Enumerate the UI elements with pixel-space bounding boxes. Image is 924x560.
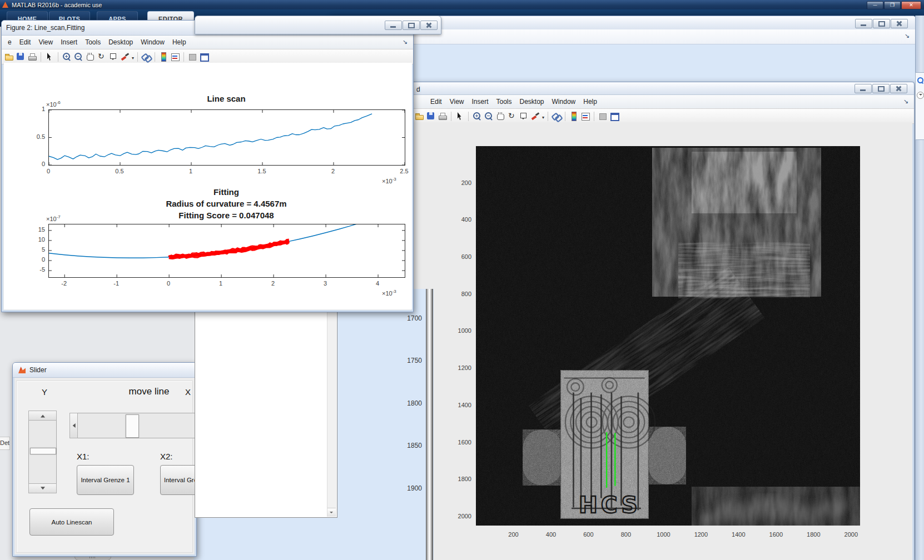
y-tick-label: -5 [22, 266, 45, 273]
menu-item-edit[interactable]: Edit [19, 38, 31, 46]
menu-item-desktop[interactable]: Desktop [520, 98, 544, 106]
interval-grenze1-button[interactable]: Interval Grenze 1 [77, 465, 134, 495]
menu-item-insert[interactable]: Insert [471, 98, 488, 106]
y-slider-thumb[interactable] [30, 448, 56, 454]
link-icon[interactable] [141, 52, 151, 62]
colorbar-icon[interactable] [569, 111, 579, 121]
details-panel-tab[interactable]: Det [0, 437, 10, 450]
maximize-icon[interactable] [872, 84, 890, 93]
minimize-icon[interactable] [855, 84, 872, 93]
ruler-tick-label: 1750 [388, 357, 422, 364]
phase-image[interactable]: HCS [476, 146, 860, 526]
menu-item-edit[interactable]: Edit [430, 98, 442, 106]
minimize-icon[interactable] [385, 21, 402, 30]
pan-icon[interactable] [85, 52, 95, 62]
legend-icon[interactable] [580, 111, 590, 121]
zoom-out-icon[interactable] [73, 52, 83, 62]
slider-titlebar[interactable]: Slider [13, 363, 196, 378]
close-icon[interactable] [891, 19, 908, 28]
rotate-icon[interactable] [507, 111, 517, 121]
collapse-icon[interactable] [917, 92, 924, 99]
menu-item-view[interactable]: View [450, 98, 464, 106]
menu-item-view[interactable]: View [38, 38, 53, 46]
toolbar-divider [137, 52, 138, 62]
plot-canvas[interactable] [49, 110, 405, 165]
close-icon[interactable] [890, 84, 907, 93]
x-tick-label: 3 [314, 280, 336, 287]
open-icon[interactable] [414, 111, 424, 121]
list-window-titlebar[interactable] [195, 16, 441, 34]
brush-icon[interactable] [120, 52, 130, 62]
figure2-title: Figure 2: Line_scan,Fitting [6, 24, 85, 32]
menu-item-insert[interactable]: Insert [61, 38, 77, 46]
save-icon[interactable] [426, 111, 436, 121]
link-icon[interactable] [552, 111, 562, 121]
legend-icon[interactable] [170, 52, 180, 62]
vertical-scrollbar[interactable] [426, 289, 433, 560]
brush-icon[interactable] [530, 111, 540, 121]
x-slider-thumb[interactable] [126, 414, 139, 438]
details-label: Det [0, 439, 9, 446]
close-icon[interactable] [901, 1, 921, 9]
x-tick-label: 1.5 [251, 168, 273, 174]
dock-arrow-icon[interactable]: ↘ [903, 98, 908, 105]
menu-item-window[interactable]: Window [552, 98, 576, 106]
menu-item-help[interactable]: Help [583, 98, 597, 106]
ruler-tick-label: 1700 [388, 314, 422, 322]
menu-item-window[interactable]: Window [141, 38, 165, 46]
image-x-tick-label: 1400 [724, 531, 752, 538]
x-slider[interactable] [69, 413, 196, 438]
save-icon[interactable] [16, 52, 26, 62]
print-icon[interactable] [438, 111, 448, 121]
slider-up-icon[interactable] [28, 411, 57, 421]
maximize-icon[interactable] [403, 21, 420, 30]
chip-text-hcs: HCS [579, 493, 641, 518]
data-cursor-icon[interactable] [108, 52, 118, 62]
figure2-window: Figure 2: Line_scan,Fitting ↘ eEditViewI… [1, 20, 414, 312]
window-icon[interactable] [609, 111, 619, 121]
cursor-icon[interactable] [455, 111, 465, 121]
chip-structure: HCS [561, 371, 655, 519]
dock-arrow-icon[interactable]: ↘ [403, 38, 408, 46]
dropdown-caret-icon[interactable]: ▾ [542, 115, 544, 120]
zoom-in-icon[interactable] [62, 52, 72, 62]
rotate-icon[interactable] [97, 52, 107, 62]
minimize-icon[interactable] [855, 19, 872, 28]
colorbar-icon[interactable] [158, 52, 168, 62]
scroll-down-icon[interactable] [327, 508, 336, 517]
menu-item-desktop[interactable]: Desktop [108, 38, 133, 46]
menu-item-tools[interactable]: Tools [496, 98, 512, 106]
figure-right-titlebar[interactable]: d [412, 82, 914, 95]
pan-icon[interactable] [495, 111, 505, 121]
gui-window-controls [855, 19, 908, 28]
slider-down-icon[interactable] [28, 483, 57, 493]
maximize-icon[interactable] [873, 19, 890, 28]
window-icon[interactable] [199, 52, 209, 62]
open-icon[interactable] [4, 52, 14, 62]
dock-arrow-icon[interactable]: ↘ [905, 32, 910, 39]
menu-item-tools[interactable]: Tools [85, 38, 101, 46]
x-tick-label: 0.5 [108, 168, 131, 174]
data-cursor-icon[interactable] [519, 111, 529, 121]
print-icon[interactable] [27, 52, 37, 62]
axes-toggle-icon[interactable] [187, 52, 197, 62]
auto-linescan-button[interactable]: Auto Linescan [29, 508, 114, 536]
close-icon[interactable] [420, 21, 438, 30]
y-slider[interactable] [28, 411, 57, 493]
fitting-score-subtitle: Fitting Score = 0.047048 [110, 211, 343, 220]
menu-item-help[interactable]: Help [172, 38, 186, 46]
maximize-icon[interactable] [884, 1, 901, 9]
plot-canvas[interactable] [49, 224, 405, 277]
ruler-tick-label: 1900 [388, 484, 422, 492]
zoom-out-icon[interactable] [484, 111, 494, 121]
move-line-label: move line [113, 386, 185, 397]
menu-item-e[interactable]: e [8, 38, 12, 46]
phase-image-axes[interactable]: HCS [476, 146, 860, 526]
zoom-in-icon[interactable] [472, 111, 482, 121]
axes-toggle-icon[interactable] [598, 111, 608, 121]
minimize-icon[interactable] [867, 1, 883, 9]
search-icon[interactable] [917, 77, 923, 83]
slider-left-icon[interactable] [69, 413, 78, 438]
dropdown-caret-icon[interactable]: ▾ [132, 56, 134, 61]
cursor-icon[interactable] [44, 52, 54, 62]
